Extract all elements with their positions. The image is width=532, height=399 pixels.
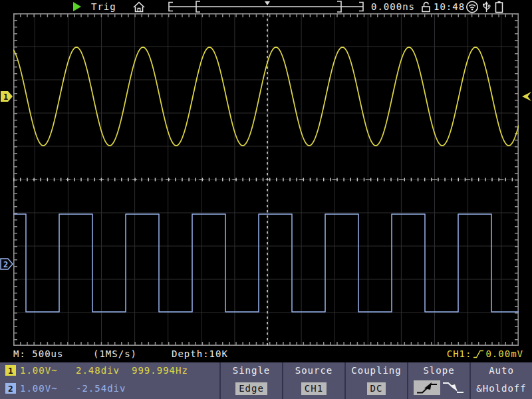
oscilloscope-screen: Trig 0.000ns 10:48 (0, 0, 532, 399)
ch1-position-readout: 2.48div (76, 365, 120, 376)
lock-open-icon (421, 1, 431, 13)
menu-label-source: Source (295, 365, 333, 376)
svg-text:1: 1 (3, 92, 8, 102)
ch1-frequency-readout: 999.994Hz (132, 365, 188, 376)
ch1-badge[interactable]: 1 (5, 365, 16, 376)
menu-value-dc[interactable]: DC (367, 382, 386, 395)
trigger-level-readout: CH1: 0.00mV (447, 348, 523, 359)
trigger-source-label: CH1: (447, 348, 472, 359)
ch1-sine-trace (13, 47, 519, 146)
wifi-icon (465, 1, 479, 13)
trigger-level-value: 0.00mV (485, 348, 523, 359)
menu-label-auto: Auto (489, 365, 514, 376)
menu-label-coupling: Coupling (351, 365, 401, 376)
menu-value-ch1[interactable]: CH1 (301, 382, 327, 395)
sample-rate-readout: (1MS/s) (93, 348, 137, 359)
menu-source[interactable]: Source CH1 (282, 362, 344, 399)
menu-value-holdoff[interactable]: &Holdoff (476, 382, 526, 395)
ch2-position-marker[interactable]: 2 (0, 258, 13, 270)
menu-auto-holdoff[interactable]: Auto &Holdoff (469, 362, 532, 399)
run-state-play-icon (73, 2, 81, 11)
home-icon[interactable] (132, 1, 146, 13)
usb-icon (481, 1, 491, 13)
trigger-status-label: Trig (91, 1, 116, 12)
record-view-bar[interactable] (166, 0, 366, 13)
slope-rising-option[interactable] (414, 380, 440, 395)
bottom-panel: 1 1.00V~ 2.48div 999.994Hz 2 1.00V~ -2.5… (0, 362, 532, 399)
rising-edge-icon (473, 349, 484, 359)
menu-label-slope: Slope (423, 365, 454, 376)
ch2-badge[interactable]: 2 (5, 383, 16, 394)
ch2-square-trace (13, 214, 519, 312)
trigger-level-marker[interactable] (520, 91, 532, 102)
menu-slope[interactable]: Slope (407, 362, 469, 399)
clock-readout: 10:48 (434, 1, 465, 12)
trigger-time-readout: 0.000ns (371, 1, 415, 12)
battery-icon (495, 1, 503, 13)
waveform-display (13, 13, 519, 346)
menu-trigger-type[interactable]: Single Edge (219, 362, 282, 399)
ch2-position-readout: -2.54div (76, 383, 126, 394)
menu-label-single: Single (233, 365, 271, 376)
ch1-scale-readout: 1.00V~ (20, 365, 58, 376)
svg-text:2: 2 (3, 260, 8, 269)
menu-coupling[interactable]: Coupling DC (344, 362, 407, 399)
slope-falling-icon[interactable] (442, 380, 465, 395)
depth-readout: Depth:10K (172, 348, 228, 359)
ch1-position-marker[interactable]: 1 (0, 90, 13, 102)
menu-value-edge[interactable]: Edge (235, 382, 267, 395)
timebase-readout: M: 500us (13, 348, 63, 359)
trigger-position-marker[interactable] (265, 1, 270, 5)
ch2-scale-readout: 1.00V~ (20, 383, 58, 394)
slope-rising-icon (415, 380, 439, 395)
